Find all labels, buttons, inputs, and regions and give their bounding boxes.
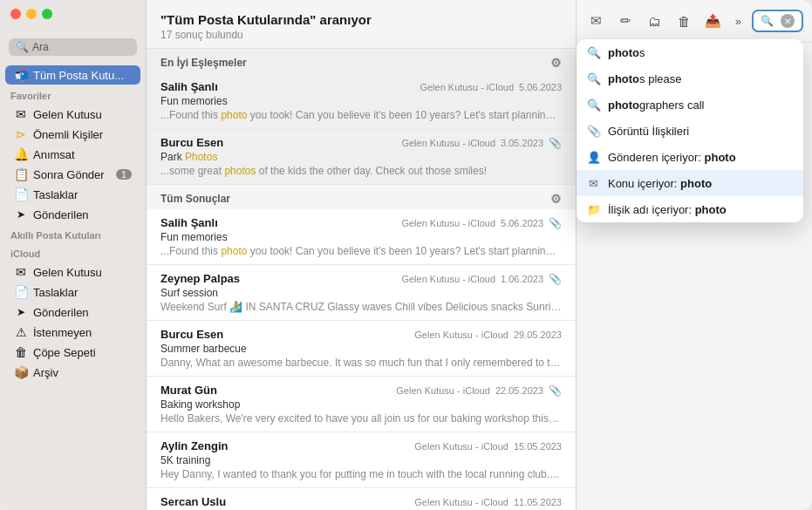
more-button[interactable]: » [732, 13, 745, 30]
autocomplete-item-gonderen[interactable]: 👤 Gönderen içeriyor: photo [577, 144, 803, 170]
subject-suggestion-icon: ✉ [587, 176, 601, 190]
icloud-inbox-icon: ✉ [14, 265, 28, 279]
close-button[interactable] [10, 9, 21, 19]
email-header: Sercan Uslu Gelen Kutusu - iCloud 11.05.… [160, 495, 562, 508]
email-list: En İyi Eşleşmeler ⚙ Salih Şanlı Gelen Ku… [147, 49, 576, 510]
sidebar-item-label: Sonra Gönder [33, 168, 111, 181]
sidebar-item-label: Arşiv [33, 366, 132, 379]
sidebar-item-all-mailboxes[interactable]: 📬 Tüm Posta Kutu... [5, 65, 140, 85]
autocomplete-text: İlişik adı içeriyor: photo [608, 203, 793, 216]
autocomplete-item-goruntu[interactable]: 📎 Görüntü İlişkileri [577, 118, 803, 144]
sidebar-item-animsat[interactable]: 🔔 Anımsat [5, 145, 140, 164]
autocomplete-text: Gönderen içeriyor: photo [608, 151, 793, 164]
compose-message-icon[interactable]: ✉ [585, 9, 608, 33]
email-header: Burcu Esen Gelen Kutusu - iCloud 29.05.2… [160, 328, 562, 341]
sidebar-item-icloud-gelen[interactable]: ✉ Gelen Kutusu [5, 262, 140, 282]
email-date: 29.05.2023 [514, 330, 562, 340]
email-location: Gelen Kutusu - iCloud [396, 385, 490, 396]
sent-icon: ➤ [14, 207, 28, 221]
search-icon: 🔍 [16, 41, 29, 53]
email-item[interactable]: Burcu Esen Gelen Kutusu - iCloud 29.05.2… [147, 321, 576, 377]
new-message-icon[interactable]: ✏ [615, 9, 638, 33]
attachment-suggestion-icon: 📎 [587, 124, 601, 138]
attachment-icon: 📎 [549, 137, 562, 149]
reminder-icon: 🔔 [14, 147, 28, 161]
email-preview: Hey Danny, I wanted to thank you for put… [160, 468, 562, 480]
sidebar-item-label: Gelen Kutusu [33, 266, 132, 279]
email-subject: Park Photos [160, 151, 562, 163]
icloud-draft-icon: 📄 [14, 285, 28, 299]
best-matches-header: En İyi Eşleşmeler ⚙ [147, 49, 576, 73]
email-item[interactable]: Salih Şanlı Gelen Kutusu - iCloud 5.06.2… [147, 73, 576, 129]
email-location: Gelen Kutusu - iCloud [414, 497, 508, 507]
from-suggestion-icon: 👤 [587, 150, 601, 164]
email-preview: Danny, What an awesome barbecue. It was … [160, 357, 562, 369]
sidebar-item-sonragonder[interactable]: 📋 Sonra Gönder 1 [5, 165, 140, 184]
email-header: Aylin Zengin Gelen Kutusu - iCloud 15.05… [160, 439, 562, 452]
best-matches-icon: ⚙ [550, 56, 562, 70]
maximize-button[interactable] [42, 9, 52, 19]
email-meta: Gelen Kutusu - iCloud 5.06.2023 [420, 82, 562, 92]
sidebar-item-label: Çöpe Sepeti [33, 346, 132, 359]
autocomplete-text: Konu içeriyor: photo [608, 177, 793, 190]
email-item[interactable]: Sercan Uslu Gelen Kutusu - iCloud 11.05.… [147, 488, 576, 510]
trash-icon[interactable]: 🗑 [673, 9, 696, 33]
email-header: Burcu Esen Gelen Kutusu - iCloud 3.05.20… [160, 136, 562, 149]
email-subject: Fun memories [160, 231, 562, 243]
minimize-button[interactable] [26, 9, 37, 19]
archive-icon[interactable]: 🗂 [644, 9, 666, 33]
attachment-name-suggestion-icon: 📁 [587, 202, 601, 216]
email-location: Gelen Kutusu - iCloud [420, 82, 514, 92]
email-list-panel: "Tüm Posta Kutularında" aranıyor 17 sonu… [147, 0, 577, 510]
badge-count: 1 [116, 169, 132, 180]
email-preview: Weekend Surf 🏄 IN SANTA CRUZ Glassy wave… [160, 301, 562, 313]
autocomplete-text: Görüntü İlişkileri [608, 125, 793, 138]
sidebar: 🔍 Ara 📬 Tüm Posta Kutu... Favoriler ✉ Ge… [0, 0, 147, 510]
sidebar-item-onemli[interactable]: ⊳ Önemli Kişiler [5, 125, 140, 144]
icloud-label: iCloud [0, 243, 146, 262]
email-item[interactable]: Zeynep Palpas Gelen Kutusu - iCloud 1.06… [147, 265, 576, 321]
sidebar-item-icloud-cop[interactable]: 🗑 Çöpe Sepeti [5, 343, 140, 362]
email-header: Murat Gün Gelen Kutusu - iCloud 22.05.20… [160, 384, 562, 397]
email-location: Gelen Kutusu - iCloud [401, 138, 495, 148]
right-panel: ✉ ✏ 🗂 🗑 📤 » 🔍 ✕ [577, 0, 812, 510]
email-date: 5.06.2023 [519, 82, 562, 92]
autocomplete-item-photos[interactable]: 🔍 photos [577, 39, 803, 65]
email-date: 11.05.2023 [514, 497, 562, 507]
email-sender: Burcu Esen [160, 136, 223, 149]
mailbox-icon: 📬 [14, 68, 28, 82]
autocomplete-item-ilisik[interactable]: 📁 İlişik adı içeriyor: photo [577, 196, 803, 222]
sidebar-item-icloud-istenmey[interactable]: ⚠ İstenmeyen [5, 323, 140, 342]
search-icon: 🔍 [761, 15, 774, 27]
sidebar-item-label: Anımsat [33, 148, 132, 161]
email-location: Gelen Kutusu - iCloud [414, 330, 508, 340]
email-item[interactable]: Burcu Esen Gelen Kutusu - iCloud 3.05.20… [147, 129, 576, 185]
sidebar-item-label: Taslaklar [33, 188, 132, 201]
move-icon[interactable]: 📤 [702, 9, 725, 33]
star-icon: ⊳ [14, 127, 28, 141]
sidebar-item-icloud-gonderi[interactable]: ➤ Gönderilen [5, 303, 140, 322]
email-item[interactable]: Murat Gün Gelen Kutusu - iCloud 22.05.20… [147, 377, 576, 432]
email-item[interactable]: Aylin Zengin Gelen Kutusu - iCloud 15.05… [147, 432, 576, 488]
sidebar-item-gelen[interactable]: ✉ Gelen Kutusu [5, 105, 140, 124]
autocomplete-item-photographers[interactable]: 🔍 photographers call [577, 92, 803, 118]
sidebar-search-area: 🔍 Ara [0, 35, 146, 65]
email-preview: ...Found this photo you took! Can you be… [160, 245, 562, 257]
email-sender: Burcu Esen [160, 328, 223, 341]
sidebar-search-box[interactable]: 🔍 Ara [9, 38, 137, 56]
all-results-label: Tüm Sonuçlar [160, 193, 230, 205]
email-location: Gelen Kutusu - iCloud [401, 218, 495, 228]
autocomplete-item-konu[interactable]: ✉ Konu içeriyor: photo [577, 170, 803, 196]
sidebar-item-taslaklar[interactable]: 📄 Taslaklar [5, 185, 140, 204]
email-subject: Surf session [160, 287, 562, 299]
sidebar-item-icloud-taslak[interactable]: 📄 Taslaklar [5, 282, 140, 302]
search-clear-button[interactable]: ✕ [781, 14, 795, 28]
email-header: Salih Şanlı Gelen Kutusu - iCloud 5.06.2… [160, 80, 562, 93]
sidebar-item-label: İstenmeyen [33, 326, 132, 339]
autocomplete-text: photographers call [608, 99, 793, 112]
email-date: 1.06.2023 [501, 274, 543, 284]
email-item[interactable]: Salih Şanlı Gelen Kutusu - iCloud 5.06.2… [147, 209, 576, 265]
sidebar-item-gonderilenler[interactable]: ➤ Gönderilen [5, 205, 140, 224]
autocomplete-item-photos-please[interactable]: 🔍 photos please [577, 65, 803, 92]
sidebar-item-icloud-arsiv[interactable]: 📦 Arşiv [5, 363, 140, 382]
